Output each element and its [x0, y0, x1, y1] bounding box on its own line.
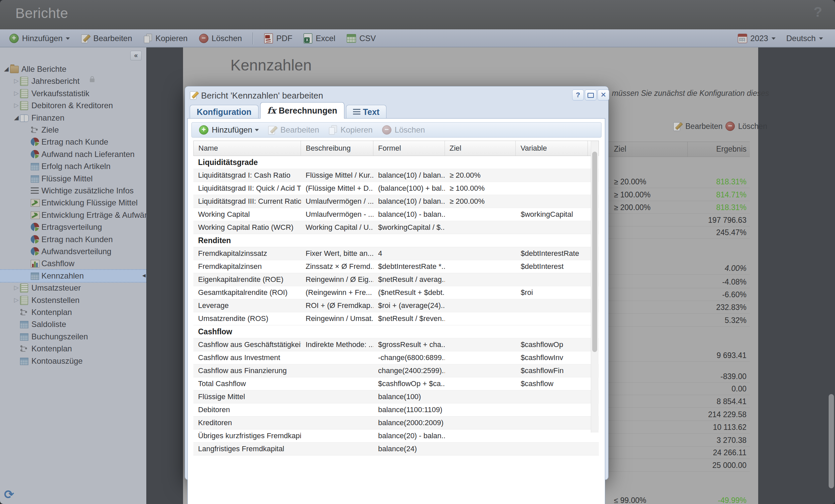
sidebar-item-fl-ssige-mittel[interactable]: Flüssige Mittel — [0, 173, 146, 185]
col-variable[interactable]: Variable — [516, 141, 588, 156]
csv-export-button[interactable]: CSV — [343, 33, 379, 44]
calc-row-gesamtkapitalrendite-roi[interactable]: Gesamtkapitalrendite (ROI)(Reingewinn + … — [194, 286, 599, 299]
sidebar-item-kennzahlen[interactable]: Kennzahlen — [0, 269, 146, 283]
cell-formel: 4 — [373, 247, 445, 260]
calc-copy-button[interactable]: Kopieren — [326, 125, 375, 135]
table-scrollbar-thumb[interactable] — [592, 152, 597, 352]
calc-row-leverage[interactable]: LeverageROI + (Ø Fremdkap...$roi + (aver… — [194, 299, 599, 312]
year-selector[interactable]: 2023 — [734, 33, 779, 44]
collapsed-caret-icon[interactable]: ▷ — [14, 77, 19, 84]
sidebar-item-ziele[interactable]: Ziele — [0, 124, 146, 136]
col-beschreibung[interactable]: Beschreibung — [301, 141, 373, 156]
calc-row-briges-kurzfristiges-fremdkapital[interactable]: Übriges kurzfristiges Fremdkapitalbalanc… — [194, 429, 599, 443]
edit-button[interactable]: Bearbeiten — [78, 33, 135, 44]
sidebar-item-kontoausz-ge[interactable]: Kontoauszüge — [0, 355, 146, 367]
sidebar-collapse-button[interactable]: « — [130, 51, 142, 60]
ziel-value: ≤ 99.00% — [614, 496, 646, 504]
dialog-maximize-button[interactable] — [585, 89, 596, 101]
calc-row-working-capital[interactable]: Working CapitalUmlaufvermögen - ...balan… — [194, 208, 599, 221]
sidebar-item-wichtige-zus-tzliche-infos[interactable]: Wichtige zusätzliche Infos — [0, 185, 146, 197]
collapsed-caret-icon[interactable]: ▷ — [14, 89, 19, 97]
collapsed-caret-icon[interactable]: ▷ — [14, 102, 19, 109]
sidebar-item-entwicklung-fl-ssige-mittel[interactable]: Entwicklung Flüssige Mittel — [0, 197, 146, 209]
section-row-liquidit-tsgrade[interactable]: Liquiditätsgrade — [194, 156, 599, 169]
dialog-close-button[interactable]: ✕ — [597, 89, 609, 101]
hier-icon — [31, 126, 39, 134]
table-header: Name Beschreibung Formel Ziel Variable — [194, 141, 599, 156]
calc-row-kreditoren[interactable]: Kreditorenbalance(2000:2009) — [194, 417, 599, 429]
calc-row-total-cashflow[interactable]: Total Cashflow$cashflowOp + $ca...$cashf… — [194, 378, 599, 390]
sidebar-item-kontenplan[interactable]: Kontenplan — [0, 343, 146, 355]
copy-button[interactable]: Kopieren — [140, 33, 191, 44]
section-row-cashflow[interactable]: Cashflow — [194, 325, 599, 338]
collapsed-caret-icon[interactable]: ▷ — [14, 296, 19, 304]
language-selector[interactable]: Deutsch — [783, 33, 826, 44]
calc-row-langfristiges-fremdkapital[interactable]: Langfristiges Fremdkapitalbalance(24) — [194, 443, 599, 456]
sidebar-item-alle-berichte[interactable]: ◢Alle Berichte — [0, 63, 146, 75]
refresh-icon[interactable]: ⟳ — [4, 488, 14, 502]
calc-edit-button[interactable]: Bearbeiten — [266, 125, 322, 135]
calc-row-cashflow-aus-gesch-ftst-tigkeit[interactable]: Cashflow aus GeschäftstätigkeitIndirekte… — [194, 338, 599, 351]
calc-delete-button[interactable]: − Löschen — [380, 125, 428, 135]
sidebar-item-aufwand-nach-lieferanten[interactable]: Aufwand nach Lieferanten — [0, 148, 146, 160]
pdf-export-button[interactable]: PDF — [261, 32, 296, 45]
expanded-caret-icon[interactable]: ◢ — [14, 114, 19, 121]
delete-button[interactable]: − Löschen — [196, 33, 245, 44]
cell-variable — [516, 299, 588, 312]
col-formel[interactable]: Formel — [373, 141, 445, 156]
calc-row-working-capital-ratio-wcr[interactable]: Working Capital Ratio (WCR)Working Capit… — [194, 221, 599, 234]
tab-text[interactable]: Text — [346, 105, 387, 119]
calc-add-button[interactable]: + Hinzufügen — [197, 125, 262, 135]
report-edit-button[interactable]: Bearbeiten — [673, 122, 722, 131]
tab-konfiguration[interactable]: Konfiguration — [190, 105, 259, 119]
calc-row-fremdkapitalzinssatz[interactable]: FremdkapitalzinssatzFixer Wert, bitte an… — [194, 247, 599, 260]
sidebar-item-erfolg-nach-artikeln[interactable]: Erfolg nach Artikeln — [0, 160, 146, 172]
sidebar-item-entwicklung-ertr-ge-aufw-nde[interactable]: Entwicklung Erträge & Aufwände — [0, 209, 146, 221]
sidebar-item-verkaufsstatistik[interactable]: ▷Verkaufsstatistik — [0, 87, 146, 100]
col-ziel[interactable]: Ziel — [445, 141, 516, 156]
sidebar-item-ertragsverteilung[interactable]: Ertragsverteilung — [0, 221, 146, 233]
report-delete-button[interactable]: − Löschen — [726, 122, 767, 131]
cell-beschreibung — [301, 429, 373, 442]
add-button[interactable]: + Hinzufügen — [6, 33, 73, 44]
expanded-caret-icon[interactable]: ◢ — [4, 65, 9, 73]
calc-row-cashflow-aus-investment[interactable]: Cashflow aus Investment-change(6800:6899… — [194, 351, 599, 364]
page-scrollbar-thumb[interactable] — [829, 394, 834, 488]
table-scrollbar[interactable] — [591, 141, 598, 432]
help-icon[interactable]: ? — [814, 4, 822, 20]
sidebar-item-kostenstellen[interactable]: ▷Kostenstellen — [0, 294, 146, 306]
chevron-down-icon — [66, 37, 70, 42]
tab-berechnungen[interactable]: fx Berechnungen — [260, 102, 344, 119]
dialog-help-button[interactable]: ? — [572, 89, 584, 101]
sidebar-item-ertrag-nach-kunden[interactable]: Ertrag nach Kunden — [0, 234, 146, 245]
collapsed-caret-icon[interactable]: ▷ — [14, 284, 19, 291]
calc-row-eigenkapitalrendite-roe[interactable]: Eigenkapitalrendite (ROE)Reingewinn / Ø … — [194, 273, 599, 286]
sidebar-item-jahresbericht[interactable]: ▷Jahresbericht — [0, 75, 146, 87]
cell-name: Debitoren — [194, 403, 301, 416]
calc-row-umsatzrendite-ros[interactable]: Umsatzrendite (ROS)Reingewinn / Umsat...… — [194, 312, 599, 325]
pencil-icon — [190, 91, 198, 100]
cell-beschreibung: Reingewinn / Ø Eig... — [301, 273, 373, 286]
calc-row-liquidit-tsgrad-i-cash-ratio[interactable]: Liquiditätsgrad I: Cash RatioFlüssige Mi… — [194, 169, 599, 182]
sidebar-item-kontenplan[interactable]: Kontenplan — [0, 306, 146, 318]
sidebar-item-finanzen[interactable]: ◢Finanzen — [0, 112, 146, 124]
section-row-renditen[interactable]: Renditen — [194, 234, 599, 247]
text-lines-icon — [353, 109, 360, 115]
sidebar-item-buchungszeilen[interactable]: Buchungszeilen — [0, 331, 146, 343]
sidebar-item-debitoren-kreditoren[interactable]: ▷Debitoren & Kreditoren — [0, 100, 146, 112]
calc-row-debitoren[interactable]: Debitorenbalance(1100:1109) — [194, 403, 599, 417]
col-name[interactable]: Name — [194, 141, 301, 156]
ergebnis-value: 3 270.38 — [716, 436, 747, 445]
sidebar-item-umsatzsteuer[interactable]: ▷Umsatzsteuer — [0, 282, 146, 294]
calc-row-liquidit-tsgrad-ii-quick-acid-t[interactable]: Liquiditätsgrad II: Quick / Acid T...(Fl… — [194, 182, 599, 195]
calc-row-liquidit-tsgrad-iii-current-ratio[interactable]: Liquiditätsgrad III: Current RatioUmlauf… — [194, 195, 599, 208]
sidebar-item-saldoliste[interactable]: Saldoliste — [0, 318, 146, 330]
calc-row-cashflow-aus-finanzierung[interactable]: Cashflow aus Finanzierungchange(2400:259… — [194, 364, 599, 378]
sidebar-item-ertrag-nach-kunde[interactable]: Ertrag nach Kunde — [0, 136, 146, 148]
calc-row-fl-ssige-mittel[interactable]: Flüssige Mittelbalance(100) — [194, 390, 599, 403]
sidebar-item-aufwandsverteilung[interactable]: Aufwandsverteilung — [0, 245, 146, 258]
excel-export-button[interactable]: Excel — [300, 32, 339, 45]
cell-ziel — [445, 208, 516, 221]
calc-row-fremdkapitalzinsen[interactable]: FremdkapitalzinsenZinssatz × Ø Fremd...$… — [194, 260, 599, 273]
sidebar-item-cashflow[interactable]: Cashflow — [0, 258, 146, 269]
